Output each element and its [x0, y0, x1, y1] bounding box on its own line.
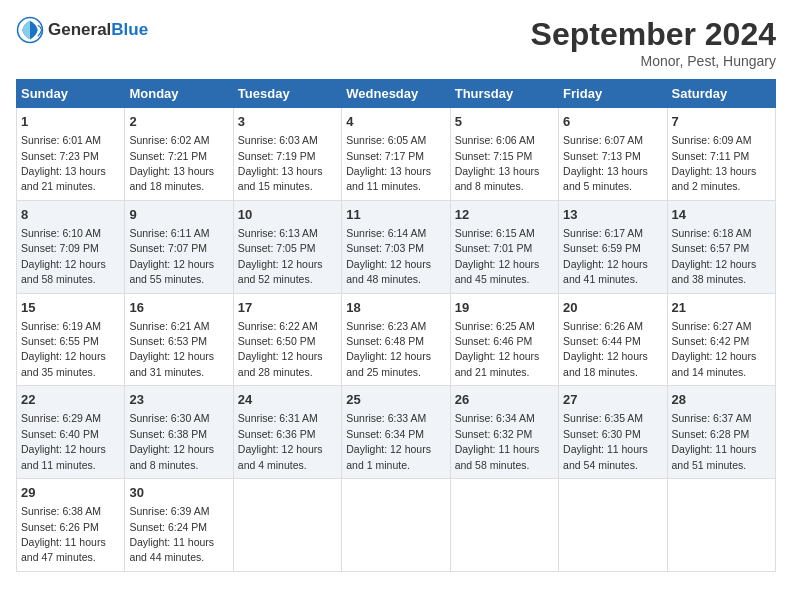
day-number: 28 — [672, 391, 771, 409]
day-number: 9 — [129, 206, 228, 224]
col-saturday: Saturday — [667, 80, 775, 108]
cell-info: Sunrise: 6:25 AMSunset: 6:46 PMDaylight:… — [455, 320, 540, 378]
col-sunday: Sunday — [17, 80, 125, 108]
calendar-cell: 27 Sunrise: 6:35 AMSunset: 6:30 PMDaylig… — [559, 386, 667, 479]
calendar-cell — [450, 479, 558, 572]
cell-info: Sunrise: 6:18 AMSunset: 6:57 PMDaylight:… — [672, 227, 757, 285]
day-number: 18 — [346, 299, 445, 317]
calendar-cell: 21 Sunrise: 6:27 AMSunset: 6:42 PMDaylig… — [667, 293, 775, 386]
logo-general: General — [48, 20, 111, 39]
col-tuesday: Tuesday — [233, 80, 341, 108]
col-thursday: Thursday — [450, 80, 558, 108]
header: GeneralBlue September 2024 Monor, Pest, … — [16, 16, 776, 69]
calendar-cell: 20 Sunrise: 6:26 AMSunset: 6:44 PMDaylig… — [559, 293, 667, 386]
day-number: 3 — [238, 113, 337, 131]
calendar-cell — [342, 479, 450, 572]
day-number: 29 — [21, 484, 120, 502]
cell-info: Sunrise: 6:22 AMSunset: 6:50 PMDaylight:… — [238, 320, 323, 378]
col-monday: Monday — [125, 80, 233, 108]
calendar-cell: 5 Sunrise: 6:06 AMSunset: 7:15 PMDayligh… — [450, 108, 558, 201]
calendar-cell: 22 Sunrise: 6:29 AMSunset: 6:40 PMDaylig… — [17, 386, 125, 479]
day-number: 13 — [563, 206, 662, 224]
calendar-cell — [233, 479, 341, 572]
cell-info: Sunrise: 6:03 AMSunset: 7:19 PMDaylight:… — [238, 134, 323, 192]
main-title: September 2024 — [531, 16, 776, 53]
header-row: Sunday Monday Tuesday Wednesday Thursday… — [17, 80, 776, 108]
cell-info: Sunrise: 6:35 AMSunset: 6:30 PMDaylight:… — [563, 412, 648, 470]
logo-blue: Blue — [111, 20, 148, 39]
col-friday: Friday — [559, 80, 667, 108]
calendar-cell: 2 Sunrise: 6:02 AMSunset: 7:21 PMDayligh… — [125, 108, 233, 201]
cell-info: Sunrise: 6:27 AMSunset: 6:42 PMDaylight:… — [672, 320, 757, 378]
day-number: 19 — [455, 299, 554, 317]
calendar-cell: 19 Sunrise: 6:25 AMSunset: 6:46 PMDaylig… — [450, 293, 558, 386]
logo-icon — [16, 16, 44, 44]
day-number: 17 — [238, 299, 337, 317]
week-row-5: 29 Sunrise: 6:38 AMSunset: 6:26 PMDaylig… — [17, 479, 776, 572]
cell-info: Sunrise: 6:23 AMSunset: 6:48 PMDaylight:… — [346, 320, 431, 378]
day-number: 14 — [672, 206, 771, 224]
cell-info: Sunrise: 6:11 AMSunset: 7:07 PMDaylight:… — [129, 227, 214, 285]
day-number: 10 — [238, 206, 337, 224]
cell-info: Sunrise: 6:30 AMSunset: 6:38 PMDaylight:… — [129, 412, 214, 470]
calendar-cell: 23 Sunrise: 6:30 AMSunset: 6:38 PMDaylig… — [125, 386, 233, 479]
calendar-cell: 14 Sunrise: 6:18 AMSunset: 6:57 PMDaylig… — [667, 200, 775, 293]
calendar-cell — [667, 479, 775, 572]
calendar-cell: 29 Sunrise: 6:38 AMSunset: 6:26 PMDaylig… — [17, 479, 125, 572]
cell-info: Sunrise: 6:39 AMSunset: 6:24 PMDaylight:… — [129, 505, 214, 563]
calendar-cell: 16 Sunrise: 6:21 AMSunset: 6:53 PMDaylig… — [125, 293, 233, 386]
calendar-cell: 26 Sunrise: 6:34 AMSunset: 6:32 PMDaylig… — [450, 386, 558, 479]
week-row-3: 15 Sunrise: 6:19 AMSunset: 6:55 PMDaylig… — [17, 293, 776, 386]
calendar-cell: 7 Sunrise: 6:09 AMSunset: 7:11 PMDayligh… — [667, 108, 775, 201]
day-number: 15 — [21, 299, 120, 317]
cell-info: Sunrise: 6:29 AMSunset: 6:40 PMDaylight:… — [21, 412, 106, 470]
calendar-cell: 11 Sunrise: 6:14 AMSunset: 7:03 PMDaylig… — [342, 200, 450, 293]
calendar-cell: 28 Sunrise: 6:37 AMSunset: 6:28 PMDaylig… — [667, 386, 775, 479]
calendar-cell: 6 Sunrise: 6:07 AMSunset: 7:13 PMDayligh… — [559, 108, 667, 201]
week-row-1: 1 Sunrise: 6:01 AMSunset: 7:23 PMDayligh… — [17, 108, 776, 201]
cell-info: Sunrise: 6:09 AMSunset: 7:11 PMDaylight:… — [672, 134, 757, 192]
day-number: 25 — [346, 391, 445, 409]
subtitle: Monor, Pest, Hungary — [531, 53, 776, 69]
day-number: 7 — [672, 113, 771, 131]
calendar-cell: 18 Sunrise: 6:23 AMSunset: 6:48 PMDaylig… — [342, 293, 450, 386]
week-row-4: 22 Sunrise: 6:29 AMSunset: 6:40 PMDaylig… — [17, 386, 776, 479]
week-row-2: 8 Sunrise: 6:10 AMSunset: 7:09 PMDayligh… — [17, 200, 776, 293]
day-number: 22 — [21, 391, 120, 409]
day-number: 30 — [129, 484, 228, 502]
logo-text: GeneralBlue — [48, 20, 148, 40]
calendar-cell: 9 Sunrise: 6:11 AMSunset: 7:07 PMDayligh… — [125, 200, 233, 293]
calendar-cell: 30 Sunrise: 6:39 AMSunset: 6:24 PMDaylig… — [125, 479, 233, 572]
cell-info: Sunrise: 6:17 AMSunset: 6:59 PMDaylight:… — [563, 227, 648, 285]
title-area: September 2024 Monor, Pest, Hungary — [531, 16, 776, 69]
cell-info: Sunrise: 6:01 AMSunset: 7:23 PMDaylight:… — [21, 134, 106, 192]
calendar-cell: 8 Sunrise: 6:10 AMSunset: 7:09 PMDayligh… — [17, 200, 125, 293]
day-number: 2 — [129, 113, 228, 131]
day-number: 6 — [563, 113, 662, 131]
day-number: 5 — [455, 113, 554, 131]
calendar-cell: 4 Sunrise: 6:05 AMSunset: 7:17 PMDayligh… — [342, 108, 450, 201]
cell-info: Sunrise: 6:06 AMSunset: 7:15 PMDaylight:… — [455, 134, 540, 192]
calendar-cell — [559, 479, 667, 572]
day-number: 16 — [129, 299, 228, 317]
day-number: 1 — [21, 113, 120, 131]
calendar-table: Sunday Monday Tuesday Wednesday Thursday… — [16, 79, 776, 572]
day-number: 27 — [563, 391, 662, 409]
calendar-cell: 10 Sunrise: 6:13 AMSunset: 7:05 PMDaylig… — [233, 200, 341, 293]
cell-info: Sunrise: 6:38 AMSunset: 6:26 PMDaylight:… — [21, 505, 106, 563]
day-number: 8 — [21, 206, 120, 224]
calendar-cell: 15 Sunrise: 6:19 AMSunset: 6:55 PMDaylig… — [17, 293, 125, 386]
cell-info: Sunrise: 6:14 AMSunset: 7:03 PMDaylight:… — [346, 227, 431, 285]
calendar-cell: 3 Sunrise: 6:03 AMSunset: 7:19 PMDayligh… — [233, 108, 341, 201]
cell-info: Sunrise: 6:07 AMSunset: 7:13 PMDaylight:… — [563, 134, 648, 192]
day-number: 23 — [129, 391, 228, 409]
cell-info: Sunrise: 6:15 AMSunset: 7:01 PMDaylight:… — [455, 227, 540, 285]
cell-info: Sunrise: 6:19 AMSunset: 6:55 PMDaylight:… — [21, 320, 106, 378]
calendar-cell: 1 Sunrise: 6:01 AMSunset: 7:23 PMDayligh… — [17, 108, 125, 201]
col-wednesday: Wednesday — [342, 80, 450, 108]
cell-info: Sunrise: 6:05 AMSunset: 7:17 PMDaylight:… — [346, 134, 431, 192]
cell-info: Sunrise: 6:34 AMSunset: 6:32 PMDaylight:… — [455, 412, 540, 470]
cell-info: Sunrise: 6:31 AMSunset: 6:36 PMDaylight:… — [238, 412, 323, 470]
day-number: 21 — [672, 299, 771, 317]
calendar-cell: 17 Sunrise: 6:22 AMSunset: 6:50 PMDaylig… — [233, 293, 341, 386]
